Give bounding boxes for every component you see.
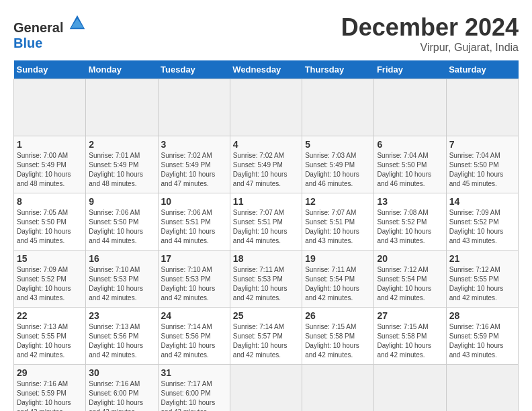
calendar-day-cell: 6Sunrise: 7:04 AMSunset: 5:50 PMDaylight…: [374, 136, 446, 193]
calendar-day-cell: 21Sunrise: 7:12 AMSunset: 5:55 PMDayligh…: [446, 250, 518, 308]
day-info: Sunrise: 7:14 AMSunset: 5:56 PMDaylight:…: [161, 322, 227, 360]
day-number: 5: [305, 139, 371, 150]
day-info: Sunrise: 7:10 AMSunset: 5:53 PMDaylight:…: [161, 265, 227, 303]
calendar-day-cell: 23Sunrise: 7:13 AMSunset: 5:56 PMDayligh…: [86, 308, 158, 365]
day-number: 18: [233, 253, 299, 264]
day-info: Sunrise: 7:01 AMSunset: 5:49 PMDaylight:…: [89, 151, 154, 189]
calendar-day-cell: [446, 365, 518, 412]
calendar-day-cell: 2Sunrise: 7:01 AMSunset: 5:49 PMDaylight…: [86, 136, 158, 193]
month-title: December 2024: [341, 13, 519, 42]
day-number: 27: [377, 310, 443, 321]
calendar-day-cell: 4Sunrise: 7:02 AMSunset: 5:49 PMDaylight…: [230, 136, 302, 193]
calendar-day-cell: 19Sunrise: 7:11 AMSunset: 5:54 PMDayligh…: [302, 250, 374, 308]
day-info: Sunrise: 7:02 AMSunset: 5:49 PMDaylight:…: [233, 151, 299, 189]
calendar-day-cell: [86, 79, 158, 136]
day-number: 10: [161, 196, 227, 207]
day-info: Sunrise: 7:15 AMSunset: 5:58 PMDaylight:…: [305, 322, 371, 360]
calendar-day-cell: 13Sunrise: 7:08 AMSunset: 5:52 PMDayligh…: [374, 193, 446, 250]
calendar-day-cell: [14, 79, 86, 136]
calendar-day-cell: 26Sunrise: 7:15 AMSunset: 5:58 PMDayligh…: [302, 308, 374, 365]
day-number: 12: [305, 196, 371, 207]
day-number: 4: [233, 139, 299, 150]
calendar-day-cell: [302, 365, 374, 412]
day-number: 17: [161, 253, 227, 264]
day-info: Sunrise: 7:10 AMSunset: 5:53 PMDaylight:…: [89, 265, 154, 303]
day-number: 2: [89, 139, 154, 150]
day-info: Sunrise: 7:06 AMSunset: 5:51 PMDaylight:…: [161, 208, 227, 246]
day-number: 24: [161, 310, 227, 321]
calendar-day-cell: [230, 79, 302, 136]
day-info: Sunrise: 7:16 AMSunset: 5:59 PMDaylight:…: [449, 322, 515, 360]
day-number: 31: [161, 367, 227, 378]
logo-icon: [68, 13, 87, 32]
logo-text: General Blue: [13, 13, 87, 51]
calendar-table: SundayMondayTuesdayWednesdayThursdayFrid…: [13, 60, 519, 411]
calendar-day-cell: 5Sunrise: 7:03 AMSunset: 5:49 PMDaylight…: [302, 136, 374, 193]
day-info: Sunrise: 7:13 AMSunset: 5:55 PMDaylight:…: [17, 322, 83, 360]
day-number: 3: [161, 139, 227, 150]
weekday-header: Friday: [374, 60, 446, 79]
calendar-day-cell: 25Sunrise: 7:14 AMSunset: 5:57 PMDayligh…: [230, 308, 302, 365]
calendar-day-cell: [302, 79, 374, 136]
calendar-day-cell: 14Sunrise: 7:09 AMSunset: 5:52 PMDayligh…: [446, 193, 518, 250]
day-number: 25: [233, 310, 299, 321]
day-info: Sunrise: 7:16 AMSunset: 6:00 PMDaylight:…: [89, 379, 154, 411]
day-number: 6: [377, 139, 443, 150]
calendar-day-cell: 8Sunrise: 7:05 AMSunset: 5:50 PMDaylight…: [14, 193, 86, 250]
calendar-week-row: 15Sunrise: 7:09 AMSunset: 5:52 PMDayligh…: [14, 250, 519, 308]
logo-general: General: [13, 20, 63, 35]
day-info: Sunrise: 7:16 AMSunset: 5:59 PMDaylight:…: [17, 379, 83, 411]
day-number: 14: [449, 196, 515, 207]
day-number: 23: [89, 310, 154, 321]
calendar-day-cell: 1Sunrise: 7:00 AMSunset: 5:49 PMDaylight…: [14, 136, 86, 193]
day-info: Sunrise: 7:07 AMSunset: 5:51 PMDaylight:…: [305, 208, 371, 246]
day-info: Sunrise: 7:06 AMSunset: 5:50 PMDaylight:…: [89, 208, 154, 246]
calendar-day-cell: 20Sunrise: 7:12 AMSunset: 5:54 PMDayligh…: [374, 250, 446, 308]
calendar-day-cell: 12Sunrise: 7:07 AMSunset: 5:51 PMDayligh…: [302, 193, 374, 250]
calendar-day-cell: 10Sunrise: 7:06 AMSunset: 5:51 PMDayligh…: [158, 193, 230, 250]
calendar-day-cell: [158, 79, 230, 136]
day-number: 16: [89, 253, 154, 264]
day-number: 21: [449, 253, 515, 264]
calendar-day-cell: [446, 79, 518, 136]
logo-blue: Blue: [13, 36, 42, 50]
calendar-day-cell: 24Sunrise: 7:14 AMSunset: 5:56 PMDayligh…: [158, 308, 230, 365]
calendar-day-cell: 27Sunrise: 7:15 AMSunset: 5:58 PMDayligh…: [374, 308, 446, 365]
weekday-header: Wednesday: [230, 60, 302, 79]
calendar-day-cell: [374, 365, 446, 412]
day-info: Sunrise: 7:04 AMSunset: 5:50 PMDaylight:…: [377, 151, 443, 189]
calendar-week-row: [14, 79, 519, 136]
day-number: 22: [17, 310, 83, 321]
day-number: 29: [17, 367, 83, 378]
weekday-header: Monday: [86, 60, 158, 79]
calendar-day-cell: 30Sunrise: 7:16 AMSunset: 6:00 PMDayligh…: [86, 365, 158, 412]
day-info: Sunrise: 7:04 AMSunset: 5:50 PMDaylight:…: [449, 151, 515, 189]
logo: General Blue: [13, 13, 87, 51]
calendar-day-cell: 9Sunrise: 7:06 AMSunset: 5:50 PMDaylight…: [86, 193, 158, 250]
calendar-day-cell: 28Sunrise: 7:16 AMSunset: 5:59 PMDayligh…: [446, 308, 518, 365]
day-info: Sunrise: 7:14 AMSunset: 5:57 PMDaylight:…: [233, 322, 299, 360]
day-number: 13: [377, 196, 443, 207]
calendar-week-row: 22Sunrise: 7:13 AMSunset: 5:55 PMDayligh…: [14, 308, 519, 365]
svg-marker-1: [71, 18, 84, 28]
page-header: General Blue December 2024 Virpur, Gujar…: [13, 13, 519, 54]
day-number: 15: [17, 253, 83, 264]
calendar-day-cell: 7Sunrise: 7:04 AMSunset: 5:50 PMDaylight…: [446, 136, 518, 193]
day-info: Sunrise: 7:13 AMSunset: 5:56 PMDaylight:…: [89, 322, 154, 360]
weekday-header: Saturday: [446, 60, 518, 79]
day-info: Sunrise: 7:08 AMSunset: 5:52 PMDaylight:…: [377, 208, 443, 246]
day-number: 20: [377, 253, 443, 264]
day-number: 26: [305, 310, 371, 321]
location: Virpur, Gujarat, India: [341, 42, 519, 54]
calendar-day-cell: [230, 365, 302, 412]
day-info: Sunrise: 7:17 AMSunset: 6:00 PMDaylight:…: [161, 379, 227, 411]
day-number: 11: [233, 196, 299, 207]
day-info: Sunrise: 7:09 AMSunset: 5:52 PMDaylight:…: [17, 265, 83, 303]
day-info: Sunrise: 7:02 AMSunset: 5:49 PMDaylight:…: [161, 151, 227, 189]
calendar-day-cell: 15Sunrise: 7:09 AMSunset: 5:52 PMDayligh…: [14, 250, 86, 308]
day-info: Sunrise: 7:03 AMSunset: 5:49 PMDaylight:…: [305, 151, 371, 189]
calendar-day-cell: 22Sunrise: 7:13 AMSunset: 5:55 PMDayligh…: [14, 308, 86, 365]
calendar-day-cell: 11Sunrise: 7:07 AMSunset: 5:51 PMDayligh…: [230, 193, 302, 250]
day-info: Sunrise: 7:12 AMSunset: 5:55 PMDaylight:…: [449, 265, 515, 303]
calendar-day-cell: 17Sunrise: 7:10 AMSunset: 5:53 PMDayligh…: [158, 250, 230, 308]
